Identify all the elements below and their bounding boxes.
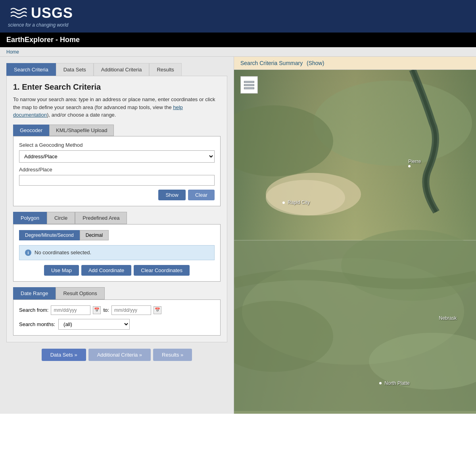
usgs-tagline: science for a changing world — [8, 22, 73, 28]
date-to-input[interactable] — [111, 305, 151, 315]
map-area[interactable]: Rapid City Pierre Nebrask North Platte — [234, 70, 476, 411]
usgs-header: USGS science for a changing world — [0, 0, 476, 33]
breadcrumb-home[interactable]: Home — [6, 49, 19, 55]
desc-text-1: To narrow your search area: type in an a… — [13, 96, 215, 110]
date-from-input[interactable] — [51, 305, 90, 315]
usgs-title: USGS — [31, 5, 73, 21]
geocoder-tab[interactable]: Geocoder — [13, 125, 49, 136]
date-range-row: Search from: 📅 to: 📅 — [19, 305, 215, 315]
date-tabs: Date Range Result Options — [13, 287, 221, 299]
search-from-label: Search from: — [19, 307, 48, 313]
results-nav-button[interactable]: Results » — [153, 349, 192, 361]
svg-rect-0 — [9, 5, 27, 21]
no-coords-text: No coordinates selected. — [35, 250, 91, 255]
clear-coordinates-button[interactable]: Clear Coordinates — [134, 265, 190, 276]
tab-additional-criteria[interactable]: Additional Criteria — [94, 63, 150, 76]
map-terrain-svg — [234, 70, 476, 411]
date-inner-box: Search from: 📅 to: 📅 Search months: (all… — [13, 299, 221, 336]
months-label: Search months: — [19, 321, 55, 327]
map-header: Search Criteria Summary (Show) — [234, 57, 476, 70]
calendar-from-icon[interactable]: 📅 — [93, 306, 101, 314]
svg-point-3 — [313, 81, 472, 166]
svg-point-6 — [266, 180, 345, 216]
app-title: EarthExplorer - Home — [6, 36, 80, 44]
additional-criteria-nav-button[interactable]: Additional Criteria » — [88, 349, 151, 361]
circle-tab[interactable]: Circle — [47, 212, 75, 224]
map-panel: Search Criteria Summary (Show) — [234, 57, 476, 414]
coordinate-box: Degree/Minute/Second Decimal i No coordi… — [13, 224, 221, 282]
predefined-area-tab[interactable]: Predefined Area — [75, 212, 127, 224]
date-range-tab[interactable]: Date Range — [13, 287, 56, 299]
info-icon: i — [25, 250, 31, 256]
layer-control-button[interactable] — [240, 76, 258, 94]
bottom-nav: Data Sets » Additional Criteria » Result… — [6, 349, 227, 361]
calendar-to-icon[interactable]: 📅 — [154, 306, 161, 314]
use-map-button[interactable]: Use Map — [44, 265, 79, 276]
geocoding-method-label: Select a Geocoding Method — [19, 142, 215, 148]
main-layout: Search Criteria Data Sets Additional Cri… — [0, 57, 476, 414]
address-place-label: Address/Place — [19, 167, 215, 173]
tab-search-criteria[interactable]: Search Criteria — [6, 63, 56, 76]
add-coordinate-button[interactable]: Add Coordinate — [81, 265, 131, 276]
breadcrumb: Home — [0, 47, 476, 57]
data-sets-nav-button[interactable]: Data Sets » — [42, 349, 86, 361]
months-select[interactable]: (all) January February March April May J… — [58, 319, 130, 330]
shape-tabs: Polygon Circle Predefined Area — [13, 212, 221, 224]
degree-minute-second-tab[interactable]: Degree/Minute/Second — [19, 230, 80, 240]
left-panel: Search Criteria Data Sets Additional Cri… — [0, 57, 234, 414]
usgs-waves-icon — [8, 5, 28, 21]
geocoder-buttons: Show Clear — [19, 190, 215, 200]
no-coordinates-notice: i No coordinates selected. — [19, 245, 215, 260]
address-input[interactable] — [19, 175, 215, 186]
decimal-tab[interactable]: Decimal — [80, 230, 109, 240]
kml-tab[interactable]: KML/Shapefile Upload — [49, 125, 114, 136]
clear-button[interactable]: Clear — [188, 190, 215, 200]
app-title-bar: EarthExplorer - Home — [0, 33, 476, 47]
tab-data-sets[interactable]: Data Sets — [56, 63, 94, 76]
tab-results[interactable]: Results — [149, 63, 181, 76]
layer-stack-icon — [244, 81, 254, 89]
polygon-tab[interactable]: Polygon — [13, 212, 47, 224]
search-criteria-content: 1. Enter Search Criteria To narrow your … — [6, 76, 227, 342]
degree-tabs: Degree/Minute/Second Decimal — [19, 230, 215, 240]
map-header-title: Search Criteria Summary — [240, 60, 303, 66]
geocoder-inner-box: Select a Geocoding Method Address/Place … — [13, 136, 221, 206]
geocoder-tabs: Geocoder KML/Shapefile Upload — [13, 125, 221, 136]
section-title: 1. Enter Search Criteria — [13, 83, 221, 92]
result-options-tab[interactable]: Result Options — [56, 287, 104, 299]
to-label: to: — [103, 307, 109, 313]
desc-text-2: ), and/or choose a date range. — [47, 112, 116, 118]
show-button[interactable]: Show — [158, 190, 186, 200]
usgs-logo: USGS science for a changing world — [8, 5, 73, 28]
months-row: Search months: (all) January February Ma… — [19, 319, 215, 330]
section-description: To narrow your search area: type in an a… — [13, 96, 221, 119]
coordinate-buttons: Use Map Add Coordinate Clear Coordinates — [19, 265, 215, 276]
map-show-link[interactable]: (Show) — [307, 60, 324, 66]
geocoding-method-select[interactable]: Address/Place Path/Row Feature Predefine… — [19, 150, 215, 163]
main-tabs: Search Criteria Data Sets Additional Cri… — [6, 63, 227, 76]
